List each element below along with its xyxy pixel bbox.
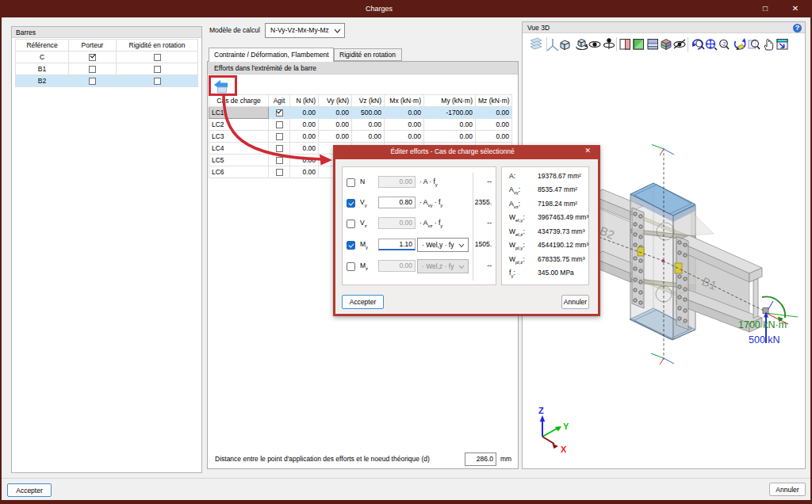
- svg-text:Y: Y: [563, 422, 569, 431]
- svg-text:Z: Z: [538, 406, 544, 415]
- svg-text:500 kN: 500 kN: [749, 334, 780, 346]
- svg-text:1700 kN·m: 1700 kN·m: [738, 319, 787, 330]
- svg-text:-2: -2: [722, 41, 726, 47]
- svg-text:X: X: [561, 445, 567, 454]
